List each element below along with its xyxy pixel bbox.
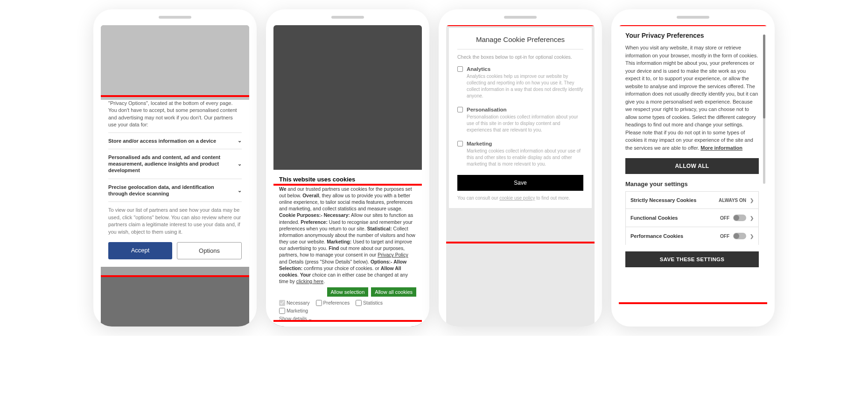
more-information-link[interactable]: More information [700,145,742,151]
panel-body: When you visit any website, it may store… [625,44,759,152]
functional-toggle[interactable] [733,215,746,221]
cookie-item-analytics: Analytics Analytics cookies help us impr… [457,66,583,99]
chevron-right-icon: ❯ [750,234,754,239]
cookie-panel-1: "Privacy Options", located at the bottom… [101,100,249,267]
allow-selection-button[interactable]: Allow selection [327,287,369,297]
privacy-policy-link[interactable]: Privacy Policy [378,252,408,257]
performance-toggle[interactable] [733,233,746,239]
cookie-panel-4: Your Privacy Preferences When you visit … [619,25,767,327]
options-button[interactable]: Options [177,242,242,259]
cookie-item-personalisation: Personalisation Personalisation cookies … [457,107,583,133]
setting-row-strictly-necessary[interactable]: Strictly Necessary Cookies ALWAYS ON❯ [625,191,759,208]
phone-mockup-3: Manage Cookie Preferences Check the boxe… [439,9,602,327]
expand-row-geolocation[interactable]: Precise geolocation data, and identifica… [108,179,242,202]
chevron-down-icon: ⌄ [238,161,242,167]
cookie-panel-2: This website uses cookies We and our tru… [273,170,422,327]
analytics-checkbox[interactable] [457,66,463,72]
phone-mockup-2: This website uses cookies We and our tru… [266,9,429,327]
setting-row-performance[interactable]: Performance Cookies OFF❯ [625,227,759,245]
marketing-checkbox[interactable] [457,141,463,146]
clicking-here-link[interactable]: clicking here [296,278,323,284]
cookie-policy-link[interactable]: cookie use policy [499,195,535,201]
accept-button[interactable]: Accept [108,242,172,259]
chevron-right-icon: ❯ [750,215,754,221]
policy-note: You can consult our cookie use policy to… [457,195,583,201]
panel-subtitle: Check the boxes below to opt-in for opti… [457,54,583,60]
preferences-checkbox[interactable]: Preferences [316,299,350,306]
panel-title: Manage Cookie Preferences [457,35,583,49]
save-settings-button[interactable]: SAVE THESE SETTINGS [625,251,759,267]
marketing-checkbox[interactable]: Marketing [279,307,308,314]
scrollbar[interactable] [763,35,765,184]
phone-mockup-4: Your Privacy Preferences When you visit … [611,9,775,327]
chevron-down-icon: ⌄ [308,315,312,322]
cookie-panel-3: Manage Cookie Preferences Check the boxe… [449,28,592,208]
show-details-link[interactable]: Show details⌄ [279,315,312,322]
cookie-item-marketing: Marketing Marketing cookies collect info… [457,141,583,167]
manage-settings-heading: Manage your settings [625,181,759,188]
save-button[interactable]: Save [457,175,583,191]
partners-note: To view our list of partners and see how… [108,202,242,236]
personalisation-checkbox[interactable] [457,107,463,112]
expand-row-store-access[interactable]: Store and/or access information on a dev… [108,132,242,149]
panel-title: This website uses cookies [279,175,416,184]
phone-mockup-1: "Privacy Options", located at the bottom… [93,9,257,327]
panel-body: We and our trusted partners use cookies … [279,186,416,285]
chevron-down-icon: ⌄ [238,138,242,144]
panel-title: Your Privacy Preferences [625,32,759,39]
chevron-right-icon: ❯ [750,198,754,203]
statistics-checkbox[interactable]: Statistics [356,299,383,306]
allow-all-cookies-button[interactable]: Allow all cookies [371,287,416,297]
chevron-down-icon: ⌄ [238,188,242,194]
allow-all-button[interactable]: ALLOW ALL [625,158,759,174]
intro-text: "Privacy Options", located at the bottom… [108,100,242,132]
necessary-checkbox[interactable]: Necessary [279,299,310,306]
setting-row-functional[interactable]: Functional Cookies OFF❯ [625,208,759,227]
expand-row-personalised-ads[interactable]: Personalised ads and content, ad and con… [108,149,242,179]
